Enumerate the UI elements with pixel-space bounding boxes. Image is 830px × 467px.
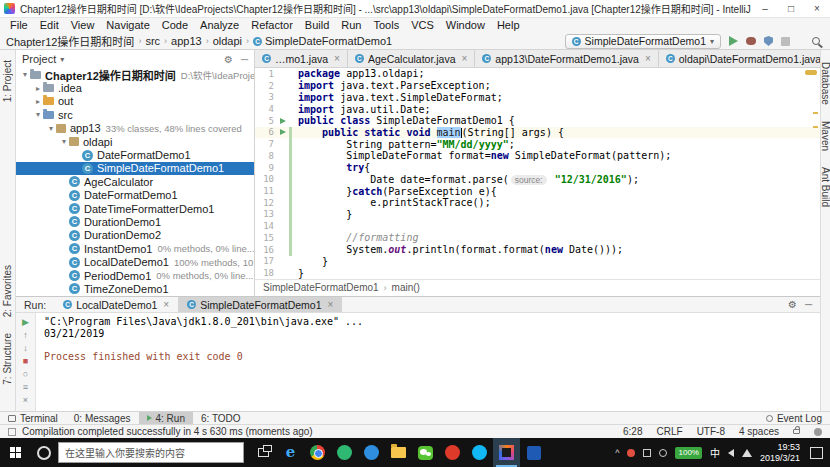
menu-item-tools[interactable]: Tools [367, 18, 405, 33]
editor-breadcrumb-simpledateformatdemo1[interactable]: SimpleDateFormatDemo1 [263, 282, 379, 293]
battery-indicator[interactable]: 100% [675, 447, 701, 459]
tree-item-dateformatdemo1[interactable]: CDateFormatDemo1 [16, 189, 254, 202]
chevron-right-icon[interactable]: ▸ [33, 84, 43, 93]
editor-breadcrumb-main[interactable]: main() [392, 282, 420, 293]
lock-icon[interactable] [793, 429, 800, 434]
toolwindow-button-6-todo[interactable]: 6: TODO [193, 412, 249, 424]
tree-item-timezonedemo1[interactable]: CTimeZoneDemo1 [16, 282, 254, 295]
tree-item-instantdemo1[interactable]: CInstantDemo10% methods, 0% line... [16, 242, 254, 255]
tray-expand-icon[interactable]: ^ [615, 448, 619, 458]
tree-item-perioddemo1[interactable]: CPeriodDemo10% methods, 0% line... [16, 269, 254, 282]
toolwindow-button-0-messages[interactable]: 0: Messages [66, 412, 139, 424]
close-icon[interactable]: × [462, 53, 468, 64]
run-line-icon[interactable] [280, 129, 286, 135]
down-stack-trace-button[interactable]: ↓ [19, 342, 33, 353]
code-area[interactable]: 1package app13.oldapi;2import java.text.… [255, 68, 820, 279]
inspections-indicator-icon[interactable] [805, 70, 817, 75]
breadcrumb-item-app13[interactable]: app13 [171, 35, 202, 47]
editor-tab-agecalculator-java[interactable]: CAgeCalculator.java× [348, 50, 475, 67]
menu-item-vcs[interactable]: VCS [405, 18, 440, 33]
menu-item-view[interactable]: View [65, 18, 101, 33]
chevron-down-icon[interactable]: ▾ [46, 124, 56, 133]
close-icon[interactable]: × [328, 299, 334, 310]
close-icon[interactable]: × [645, 53, 651, 64]
run-with-coverage-button[interactable] [764, 36, 773, 46]
run-tab-simpledateformatdemo1[interactable]: CSimpleDateFormatDemo1× [178, 297, 342, 312]
tree-item-oldapi[interactable]: ▾oldapi [16, 135, 254, 148]
chevron-right-icon[interactable]: ▸ [33, 97, 43, 106]
tree-item-durationdemo2[interactable]: CDurationDemo2 [16, 229, 254, 242]
menu-item-help[interactable]: Help [491, 18, 526, 33]
restore-layout-button[interactable]: ○ [19, 368, 33, 379]
editor-tab-mo1-java[interactable]: C…mo1.java× [255, 50, 348, 67]
line-separator-indicator[interactable]: CRLF [657, 426, 683, 437]
tray-app-icon[interactable] [643, 449, 651, 457]
tree-item-durationdemo1[interactable]: CDurationDemo1 [16, 215, 254, 228]
taskbar-search-input[interactable]: 在这里输入你要搜索的内容 [58, 442, 244, 463]
toolwindow-switcher-icon[interactable] [8, 428, 16, 436]
breadcrumb-item-src[interactable]: src [145, 35, 160, 47]
breadcrumb-item-oldapi[interactable]: oldapi [213, 35, 242, 47]
ime-indicator[interactable]: 中 [710, 445, 720, 460]
maximize-button[interactable]: □ [778, 0, 804, 18]
close-icon[interactable]: × [163, 299, 169, 310]
green-browser-icon[interactable] [331, 438, 358, 467]
toolwindow-button-2-favorites[interactable]: 2: Favorites [2, 265, 13, 317]
taskbar-clock[interactable]: 19:53 2019/3/21 [760, 442, 800, 463]
editor-tab-app13-dateformatdemo1-java[interactable]: Capp13\DateFormatDemo1.java× [475, 50, 658, 67]
inspections-profile-icon[interactable] [814, 428, 822, 436]
project-panel-title[interactable]: Project [22, 53, 56, 65]
menu-item-analyze[interactable]: Analyze [194, 18, 245, 33]
toolwindow-button-1-project[interactable]: 1: Project [2, 60, 13, 102]
qq-icon[interactable] [466, 438, 493, 467]
toolwindow-button-7-structure[interactable]: 7: Structure [2, 333, 13, 385]
file-encoding-indicator[interactable]: UTF-8 [697, 426, 725, 437]
soft-wrap-button[interactable]: ≡ [19, 381, 33, 392]
stop-button[interactable]: ■ [19, 355, 33, 366]
toolwindow-button-4-run[interactable]: 4: Run [139, 412, 193, 424]
menu-item-code[interactable]: Code [156, 18, 194, 33]
event-log-button[interactable]: Event Log [766, 412, 830, 424]
tree-item-localdatedemo1[interactable]: CLocalDateDemo1100% methods, 10... [16, 255, 254, 268]
tree-item-idea[interactable]: ▸.idea [16, 81, 254, 94]
tree-item-app13[interactable]: ▾app1333% classes, 48% lines covered [16, 122, 254, 135]
task-view-icon[interactable] [250, 438, 277, 467]
toolwindow-button-terminal[interactable]: Terminal [0, 412, 66, 424]
menu-item-run[interactable]: Run [335, 18, 367, 33]
toolwindow-button-maven[interactable]: Maven [820, 121, 830, 151]
intellij-idea-icon[interactable] [493, 438, 520, 467]
run-configuration-select[interactable]: C SimpleDateFormatDemo1 ▾ [565, 34, 721, 49]
tray-app-icon[interactable] [659, 449, 667, 457]
close-button[interactable]: × [804, 0, 830, 18]
blue-app-icon[interactable] [358, 438, 385, 467]
menu-item-edit[interactable]: Edit [34, 18, 65, 33]
cortana-icon[interactable] [37, 446, 51, 460]
settings-gear-icon[interactable]: ⚙ [788, 299, 797, 310]
hide-panel-icon[interactable]: ─ [241, 54, 248, 65]
menu-item-refactor[interactable]: Refactor [245, 18, 299, 33]
music-app-icon[interactable] [439, 438, 466, 467]
start-button[interactable] [0, 438, 30, 467]
tree-item-simpledateformatdemo1[interactable]: CSimpleDateFormatDemo1 [16, 162, 254, 175]
indent-indicator[interactable]: 4 spaces [739, 426, 779, 437]
run-button[interactable] [729, 36, 738, 46]
chevron-down-icon[interactable]: ▾ [59, 137, 69, 146]
chevron-down-icon[interactable]: ▾ [33, 110, 43, 119]
debug-button[interactable] [746, 37, 756, 45]
tree-item-agecalculator[interactable]: CAgeCalculator [16, 175, 254, 188]
tree-item-chapter12[interactable]: ▾Chapter12操作日期和时间D:\软件\IdeaProjects... [16, 68, 254, 81]
navy-app-icon[interactable] [520, 438, 547, 467]
close-icon[interactable]: × [334, 53, 340, 64]
action-center-icon[interactable] [810, 447, 823, 459]
rerun-button[interactable]: ▶ [19, 316, 33, 327]
hide-panel-icon[interactable]: ─ [805, 299, 812, 310]
volume-icon[interactable] [728, 449, 734, 457]
menu-item-build[interactable]: Build [299, 18, 335, 33]
run-line-icon[interactable] [280, 118, 286, 124]
wechat-icon[interactable] [412, 438, 439, 467]
chrome-icon[interactable] [304, 438, 331, 467]
tray-app-icon[interactable] [627, 449, 635, 457]
chevron-down-icon[interactable]: ▾ [60, 55, 64, 64]
toolwindow-button-ant-build[interactable]: Ant Build [820, 167, 830, 207]
menu-item-file[interactable]: File [4, 18, 34, 33]
